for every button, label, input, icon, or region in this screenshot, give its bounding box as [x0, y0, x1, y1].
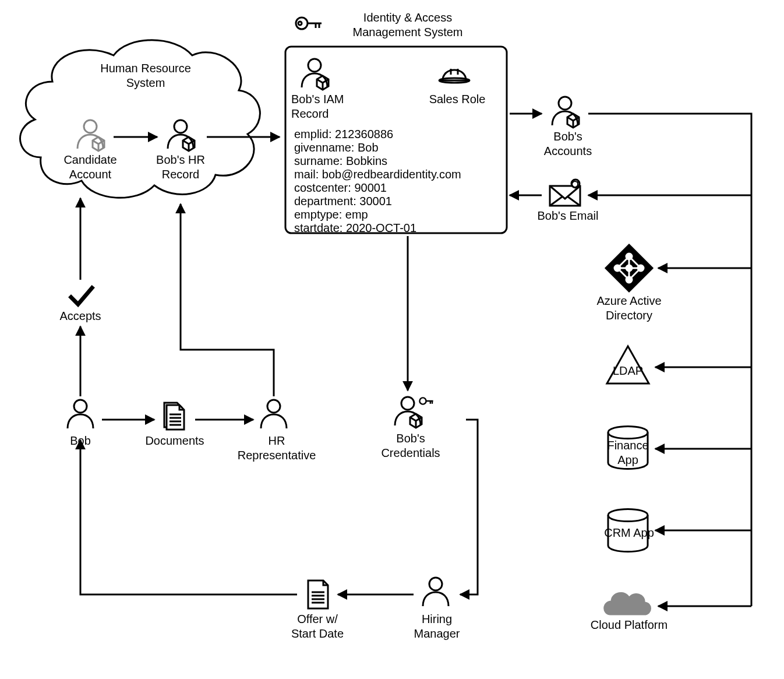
- iam-attr-3: mail: bob@redbeardidentity.com: [294, 167, 461, 182]
- iam-attr-7: startdate: 2020-OCT-01: [294, 221, 416, 235]
- user-icon: [423, 578, 448, 606]
- iam-attr-6: emptype: emp: [294, 207, 368, 222]
- arrow: [80, 440, 297, 594]
- cloud-icon: [605, 593, 651, 614]
- iam-attr-5: department: 30001: [294, 194, 392, 209]
- label-ldap: LDAP: [610, 364, 645, 378]
- document-icon: [308, 581, 328, 608]
- azure-ad-icon: [606, 245, 652, 291]
- user-icon: [68, 400, 93, 428]
- user-pkg-icon: [552, 97, 579, 128]
- label-accounts: Bob's Accounts: [533, 129, 603, 159]
- hr-system-title: Human Resource System: [87, 61, 204, 90]
- label-hiring-manager: Hiring Manager: [402, 612, 472, 641]
- iam-title: Identity & Access Management System: [332, 10, 483, 40]
- label-offer: Offer w/ Start Date: [280, 612, 355, 641]
- svg-drawing-layer: [0, 0, 784, 679]
- email-icon: [550, 180, 580, 206]
- label-finance: Finance App: [605, 438, 651, 467]
- label-iam-record: Bob's IAM Record: [291, 92, 361, 121]
- documents-icon: [164, 403, 184, 430]
- arrow: [181, 204, 274, 396]
- label-email: Bob's Email: [530, 209, 606, 223]
- check-icon: [71, 288, 92, 304]
- label-aad: Azure Active Directory: [588, 294, 670, 323]
- diagram-canvas: Identity & Access Management System Huma…: [0, 0, 784, 679]
- label-documents: Documents: [140, 434, 210, 448]
- user-key-icon: [395, 397, 433, 428]
- label-bob: Bob: [63, 434, 98, 448]
- iam-attr-1: givenname: Bob: [294, 140, 379, 155]
- label-sales-role: Sales Role: [419, 92, 495, 107]
- iam-attr-4: costcenter: 90001: [294, 181, 387, 195]
- iam-attr-0: emplid: 212360886: [294, 127, 393, 142]
- label-cloud-platform: Cloud Platform: [582, 618, 676, 632]
- label-credentials: Bob's Credentials: [373, 431, 448, 460]
- user-icon: [261, 400, 287, 428]
- label-hr-record: Bob's HR Record: [146, 153, 216, 182]
- iam-attr-2: surname: Bobkins: [294, 154, 387, 168]
- label-accepts: Accepts: [57, 309, 104, 323]
- label-crm: CRM App: [600, 526, 658, 540]
- key-icon: [296, 17, 322, 29]
- arrow: [460, 420, 478, 594]
- label-candidate-account: Candidate Account: [55, 153, 125, 182]
- label-hr-rep: HR Representative: [233, 434, 320, 463]
